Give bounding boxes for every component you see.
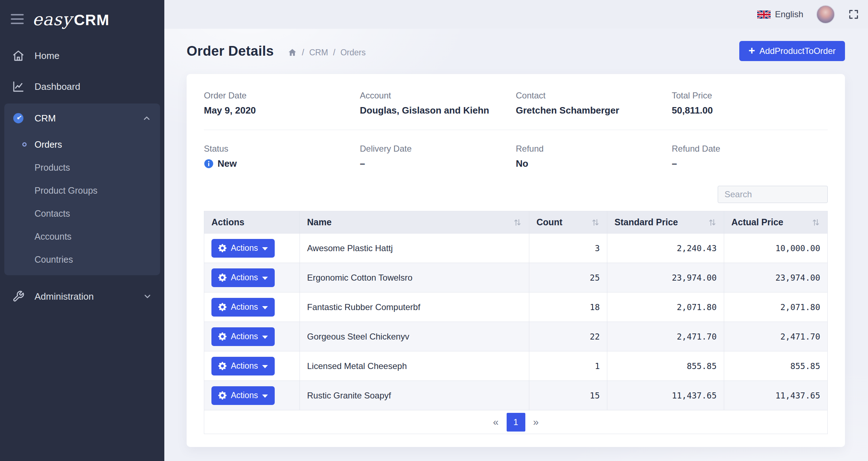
column-header-actual-price[interactable]: Actual Price — [724, 211, 828, 234]
table-row: Actions Licensed Metal Cheeseph 1 855.85… — [204, 351, 828, 381]
fullscreen-icon[interactable] — [848, 9, 859, 20]
order-fields-row-2: Status New Delivery Date – Refund — [204, 144, 828, 169]
info-icon[interactable] — [204, 159, 214, 169]
column-label: Actions — [211, 217, 245, 227]
row-actions-label: Actions — [231, 361, 258, 371]
page-content: Order Details / CRM / Orders + AddProduc… — [164, 29, 868, 447]
field-contact: Contact Gretchen Schamberger — [516, 91, 672, 116]
table-row: Actions Rustic Granite Soapyf 15 11,437.… — [204, 381, 828, 410]
field-value: May 9, 2020 — [204, 105, 360, 116]
actions-cell: Actions — [204, 351, 300, 381]
sort-icon[interactable] — [591, 218, 600, 227]
sort-icon[interactable] — [513, 218, 522, 227]
sidebar-item-label: Accounts — [35, 231, 72, 242]
pagination: « 1 » — [204, 410, 828, 434]
pagination-prev[interactable]: « — [493, 416, 499, 428]
sidebar-item-label: CRM — [35, 113, 56, 124]
chevron-up-icon — [142, 114, 151, 123]
caret-down-icon — [262, 365, 268, 368]
sidebar-item-accounts[interactable]: Accounts — [4, 225, 160, 248]
gear-icon — [218, 391, 227, 400]
pagination-next[interactable]: » — [533, 416, 539, 428]
count-cell: 15 — [529, 381, 607, 410]
language-selector[interactable]: English — [757, 9, 803, 19]
pagination-page-1[interactable]: 1 — [507, 413, 525, 432]
breadcrumb-home-icon[interactable] — [288, 48, 297, 57]
column-header-standard-price[interactable]: Standard Price — [607, 211, 724, 234]
row-actions-button[interactable]: Actions — [211, 239, 275, 258]
gear-icon — [218, 303, 227, 311]
row-actions-label: Actions — [231, 332, 258, 341]
sidebar-item-contacts[interactable]: Contacts — [4, 202, 160, 225]
field-account: Account Douglas, Gislason and Kiehn — [360, 91, 516, 116]
column-header-count[interactable]: Count — [529, 211, 607, 234]
sidebar: easy CRM Home Dashboard — [0, 0, 164, 461]
field-refund-date: Refund Date – — [672, 144, 828, 169]
gear-icon — [218, 244, 227, 252]
count-cell: 3 — [529, 234, 607, 263]
actual-price-cell: 855.85 — [724, 351, 828, 381]
sidebar-group-crm: CRM Orders Products Product Groups — [4, 103, 160, 275]
topbar: English — [164, 0, 868, 29]
row-actions-button[interactable]: Actions — [211, 357, 275, 375]
sidebar-item-crm[interactable]: CRM — [4, 103, 160, 133]
breadcrumb-orders[interactable]: Orders — [341, 48, 366, 57]
user-avatar[interactable] — [816, 5, 835, 24]
standard-price-cell: 23,974.00 — [607, 263, 724, 292]
wrench-icon — [12, 290, 24, 303]
sidebar-item-countries[interactable]: Countries — [4, 248, 160, 271]
add-product-to-order-button[interactable]: + AddProductToOrder — [739, 41, 845, 61]
app-logo[interactable]: easy CRM — [32, 9, 109, 29]
menu-toggle-icon[interactable] — [11, 14, 24, 24]
sidebar-item-label: Orders — [35, 139, 62, 150]
standard-price-cell: 2,240.43 — [607, 234, 724, 263]
column-header-name[interactable]: Name — [300, 211, 529, 234]
sidebar-item-label: Contacts — [35, 208, 70, 219]
sort-icon[interactable] — [812, 218, 820, 227]
sidebar-item-product-groups[interactable]: Product Groups — [4, 179, 160, 202]
name-cell: Gorgeous Steel Chickenyv — [300, 322, 529, 351]
home-icon — [12, 50, 24, 62]
search-input[interactable] — [718, 186, 828, 203]
chevron-down-icon — [143, 292, 152, 301]
field-order-date: Order Date May 9, 2020 — [204, 91, 360, 116]
actions-cell: Actions — [204, 292, 300, 322]
sidebar-item-home[interactable]: Home — [0, 40, 164, 71]
actions-cell: Actions — [204, 263, 300, 292]
actual-price-cell: 10,000.00 — [724, 234, 828, 263]
gear-icon — [218, 362, 227, 370]
sidebar-item-dashboard[interactable]: Dashboard — [0, 71, 164, 102]
actions-cell: Actions — [204, 381, 300, 410]
actions-cell: Actions — [204, 234, 300, 263]
row-actions-button[interactable]: Actions — [211, 386, 275, 405]
add-button-label: AddProductToOrder — [759, 46, 836, 56]
card-divider — [204, 130, 828, 130]
caret-down-icon — [262, 336, 268, 339]
gear-icon — [218, 332, 227, 341]
row-actions-label: Actions — [231, 302, 258, 312]
uk-flag-icon — [757, 10, 771, 19]
column-label: Actual Price — [731, 217, 784, 227]
count-cell: 22 — [529, 322, 607, 351]
breadcrumb-separator: / — [302, 48, 304, 57]
breadcrumb-crm[interactable]: CRM — [309, 48, 328, 57]
sort-icon[interactable] — [708, 218, 717, 227]
language-label: English — [775, 9, 803, 19]
row-actions-button[interactable]: Actions — [211, 298, 275, 317]
gear-icon — [218, 273, 227, 282]
order-items-table: Actions Name Count — [204, 211, 828, 410]
sidebar-item-products[interactable]: Products — [4, 156, 160, 179]
sidebar-item-orders[interactable]: Orders — [4, 133, 160, 156]
status-value: New — [218, 158, 237, 169]
standard-price-cell: 11,437.65 — [607, 381, 724, 410]
sidebar-item-administration[interactable]: Administration — [0, 281, 164, 312]
field-label: Account — [360, 91, 516, 101]
row-actions-button[interactable]: Actions — [211, 268, 275, 287]
field-value: New — [204, 158, 360, 169]
caret-down-icon — [262, 277, 268, 280]
plus-icon: + — [749, 45, 755, 56]
name-cell: Fantastic Rubber Computerbf — [300, 292, 529, 322]
sidebar-nav: Home Dashboard CRM — [0, 38, 164, 312]
sidebar-item-label: Products — [35, 162, 70, 173]
row-actions-button[interactable]: Actions — [211, 327, 275, 346]
